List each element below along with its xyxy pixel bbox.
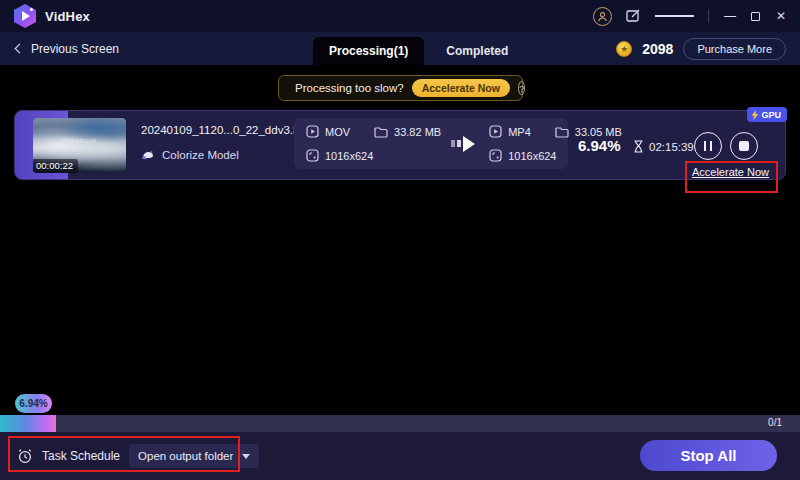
arrow-dash [457,140,461,147]
task-schedule-group: Task Schedule Open output folder [17,432,259,480]
tab-processing[interactable]: Processing(1) [313,37,424,65]
bottom-bar: Task Schedule Open output folder Stop Al… [0,432,800,480]
tab-completed[interactable]: Completed [424,37,530,65]
model-line: Colorize Model [141,149,291,161]
resolution-icon [489,149,502,162]
nav-bar: Previous Screen Processing(1) Completed … [0,32,800,65]
pause-icon [704,141,713,151]
minimize-button[interactable]: — [723,9,737,23]
task-row: Vyoorlook 00:00:22 20240109_1120...0_22_… [14,110,786,180]
credits-area: ★ 2098 Purchase More [616,32,786,65]
video-thumbnail: Vyoorlook 00:00:22 [33,118,126,173]
logo-dot [30,8,33,11]
task-schedule-label: Task Schedule [42,449,120,463]
pause-button[interactable] [694,132,722,160]
thumbnail-watermark: Vyoorlook [33,137,126,144]
app-logo-icon [14,4,36,28]
person-icon [597,11,608,22]
output-folder-dropdown[interactable]: Open output folder [129,444,259,468]
source-size: 33.82 MB [394,126,441,138]
slow-processing-banner: Processing too slow? Accelerate Now ? [278,75,523,101]
source-resolution-line: 1016x624 [306,149,441,162]
resolution-icon [306,149,319,162]
feedback-icon[interactable] [626,9,641,23]
chevron-down-icon [242,454,250,459]
video-duration: 00:00:22 [33,159,78,173]
title-bar: VidHex — ✕ [0,0,800,32]
colorize-model-icon [141,149,155,161]
overall-progress-fill [0,415,56,432]
alarm-clock-icon [17,448,33,464]
video-filename: 20240109_1120...0_22_ddv3.MOV [141,124,291,136]
folder-icon [374,126,388,138]
convert-arrow-icon [451,125,475,162]
titlebar-actions: — ✕ [593,7,788,26]
overall-progress-track [0,415,800,432]
gpu-label: GPU [761,110,781,120]
previous-screen-label: Previous Screen [31,42,119,56]
app-title: VidHex [45,9,90,24]
file-info-panel: MOV 33.82 MB 1016x624 [294,118,568,169]
tab-bar: Processing(1) Completed [313,32,530,65]
model-label: Colorize Model [162,149,239,161]
output-size: 33.05 MB [575,126,622,138]
help-icon[interactable]: ? [518,81,525,95]
stop-all-button[interactable]: Stop All [640,440,777,471]
hourglass-icon [633,140,644,153]
credits-count: 2098 [642,41,673,57]
maximize-icon [751,12,760,21]
previous-screen-button[interactable]: Previous Screen [16,32,119,65]
purchase-more-button[interactable]: Purchase More [683,38,786,60]
source-info: MOV 33.82 MB 1016x624 [306,125,441,162]
output-resolution: 1016x624 [508,150,556,162]
time-remaining-value: 02:15:39 [649,141,694,153]
folder-icon [555,126,569,138]
maximize-button[interactable] [751,12,760,21]
banner-accelerate-button[interactable]: Accelerate Now [412,79,510,97]
logo-play-icon [22,11,30,21]
source-format-line: MOV 33.82 MB [306,125,441,138]
video-format-icon [306,125,319,138]
chevron-left-icon [15,44,25,54]
task-name-block: 20240109_1120...0_22_ddv3.MOV Colorize M… [141,124,291,161]
menu-icon[interactable] [655,13,694,19]
dropdown-selected-value: Open output folder [138,450,242,462]
output-format: MP4 [508,126,531,138]
stop-button[interactable] [730,132,758,160]
accelerate-now-link[interactable]: Accelerate Now [692,166,769,178]
titlebar-divider [708,9,709,23]
lightning-icon [751,110,759,120]
close-button[interactable]: ✕ [774,9,788,23]
stop-icon [739,141,749,151]
video-format-icon [489,125,502,138]
source-resolution: 1016x624 [325,150,373,162]
banner-message: Processing too slow? [295,82,404,94]
task-progress-percent: 6.94% [578,137,621,154]
coin-icon: ★ [616,41,632,57]
overall-progress-tooltip: 6.94% [15,394,52,413]
arrow-dash [451,140,455,147]
task-counter: 0/1 [768,417,782,428]
gpu-badge: GPU [747,107,787,122]
arrow-head [463,136,475,152]
time-remaining: 02:15:39 [633,140,694,153]
account-icon[interactable] [593,7,612,26]
source-format: MOV [325,126,350,138]
